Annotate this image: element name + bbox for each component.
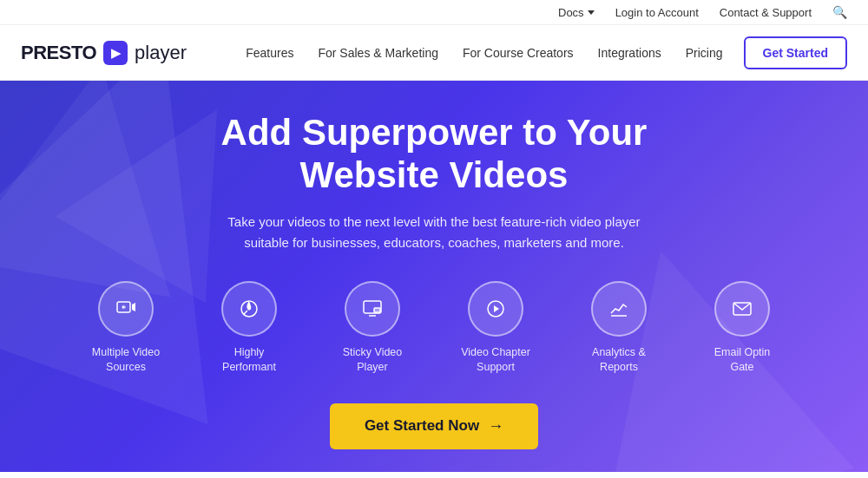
feature-label-chapters: Video ChapterSupport <box>461 345 530 376</box>
logo-icon: ▶ <box>103 41 128 65</box>
features-row: Multiple VideoSources HighlyPerformant S… <box>78 281 790 376</box>
docs-link[interactable]: Docs <box>558 6 595 19</box>
feature-circle-sticky <box>345 281 400 337</box>
search-icon[interactable]: 🔍 <box>832 5 847 19</box>
svg-marker-9 <box>494 305 499 312</box>
feature-circle-performant <box>221 281 277 337</box>
login-link[interactable]: Login to Account <box>615 6 699 19</box>
nav-features[interactable]: Features <box>246 46 293 60</box>
feature-circle-video <box>98 281 154 337</box>
feature-sticky: Sticky VideoPlayer <box>325 281 420 376</box>
feature-label-sticky: Sticky VideoPlayer <box>343 345 403 376</box>
feature-circle-analytics <box>591 281 647 337</box>
cta-label: Get Started Now <box>365 417 479 435</box>
nav-integrations[interactable]: Integrations <box>598 46 661 60</box>
feature-performant: HighlyPerformant <box>201 281 297 376</box>
headline-line2: Website Videos <box>300 154 569 195</box>
main-nav: PRESTO ▶ player Features For Sales & Mar… <box>0 25 868 81</box>
feature-label-video: Multiple VideoSources <box>92 345 160 376</box>
nav-cta-button[interactable]: Get Started <box>744 36 847 69</box>
hero-headline: Add Superpower to Your Website Videos <box>221 112 648 196</box>
hero-subtext: Take your videos to the next level with … <box>208 212 660 253</box>
top-bar: Docs Login to Account Contact & Support … <box>0 0 868 25</box>
feature-chapters: Video ChapterSupport <box>448 281 543 376</box>
hero-section: Add Superpower to Your Website Videos Ta… <box>0 81 868 472</box>
hero-cta-button[interactable]: Get Started Now → <box>330 403 538 449</box>
feature-label-email: Email OptinGate <box>714 345 771 376</box>
logo-presto-text: PRESTO <box>21 42 96 64</box>
nav-pricing[interactable]: Pricing <box>686 46 723 60</box>
headline-line1: Add Superpower to Your <box>221 112 648 153</box>
logo[interactable]: PRESTO ▶ player <box>21 41 187 65</box>
feature-label-analytics: Analytics &Reports <box>592 345 646 376</box>
svg-marker-1 <box>132 303 135 311</box>
feature-analytics: Analytics &Reports <box>571 281 667 376</box>
feature-circle-chapters <box>468 281 523 337</box>
svg-rect-6 <box>374 308 380 312</box>
nav-links: Features For Sales & Marketing For Cours… <box>246 46 722 60</box>
feature-multiple-video: Multiple VideoSources <box>78 281 174 376</box>
feature-circle-email <box>714 281 770 337</box>
arrow-right-icon: → <box>488 417 503 435</box>
contact-link[interactable]: Contact & Support <box>720 6 812 19</box>
docs-label: Docs <box>558 6 584 19</box>
feature-label-performant: HighlyPerformant <box>222 345 276 376</box>
feature-email: Email OptinGate <box>694 281 790 376</box>
nav-sales[interactable]: For Sales & Marketing <box>318 46 438 60</box>
docs-chevron-icon <box>588 10 595 15</box>
nav-course[interactable]: For Course Creators <box>463 46 574 60</box>
logo-player-text: player <box>135 42 187 64</box>
